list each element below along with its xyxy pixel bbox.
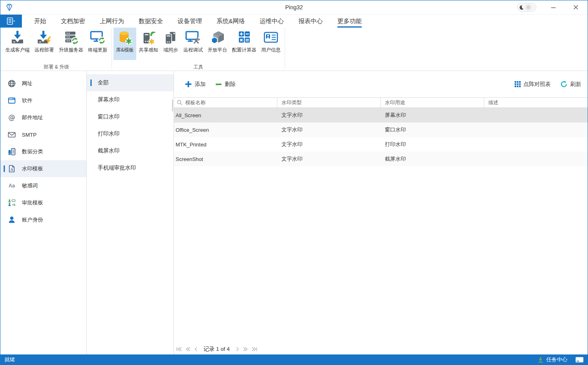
open-platform-button[interactable]: 开放平台 [205,28,230,60]
tab-system-network[interactable]: 系统&网络 [217,15,245,28]
status-ready-label: 就绪 [4,356,15,363]
content-area: 网址 软件 @ 邮件地址 [0,71,588,354]
approval-flow-icon [8,199,16,207]
sidebar-item-smtp[interactable]: SMTP [0,126,86,143]
sidebar-item-email[interactable]: @ 邮件地址 [0,109,86,126]
column-header-description[interactable]: 描述 [484,98,588,107]
download-arrow-icon [537,356,544,363]
tab-doc-encrypt[interactable]: 文档加密 [61,15,85,28]
generate-client-button[interactable]: 生成客户端 [3,28,32,60]
sidebar-item-watermark-template[interactable]: A 水印模板 [0,160,86,177]
close-button[interactable] [570,2,582,13]
config-calculator-icon [236,29,252,45]
column-header-watermark-type[interactable]: 水印类型 [277,98,381,107]
envelope-icon [8,131,16,139]
main-panel: 添加 删除 [174,71,588,354]
delete-button[interactable]: 删除 [215,81,236,88]
secondary-sidebar: 全部 屏幕水印 窗口水印 打印水印 截屏水印 手机端审批水印 [87,71,174,354]
ribbon-group-deploy-upgrade: 生成客户端 远程部署 [3,28,110,71]
primary-sidebar: 网址 软件 @ 邮件地址 [0,71,87,354]
filter-item-window-watermark[interactable]: 窗口水印 [87,108,174,125]
svg-text:A: A [11,167,13,172]
scrollbar-thumb[interactable] [172,99,173,112]
minus-icon [215,81,222,88]
tab-web-behavior[interactable]: 上网行为 [100,15,124,28]
upgrade-server-button[interactable]: 升级服务器 [56,28,86,60]
tab-report-center[interactable]: 报表中心 [298,15,323,28]
search-icon[interactable] [177,100,182,105]
add-button[interactable]: 添加 [185,81,206,88]
fast-backward-button[interactable] [186,347,191,352]
theme-toggle[interactable] [517,3,536,12]
tab-start[interactable]: 开始 [34,15,46,28]
share-awareness-button[interactable]: 共享感知 [136,28,161,60]
pagination-bar: 记录 1 of 4 [174,344,588,354]
sidebar-item-url[interactable]: 网址 [0,75,86,92]
config-calculator-button[interactable]: 配置计算器 [230,28,259,60]
app-window: Ping32 [0,0,588,365]
ribbon-tabbar: 开始 文档加密 上网行为 数据安全 设备管理 系统&网络 运维中心 报表中心 更… [0,15,588,28]
at-sign-icon: @ [8,114,16,122]
statusbar: 就绪 任务中心 [0,354,588,365]
user-info-icon [263,29,279,45]
table-row[interactable]: Office_Screen 文字水印 窗口水印 [174,122,588,137]
record-count-label: 记录 1 of 4 [204,346,230,353]
table-row[interactable]: MTK_Printed 文字水印 打印水印 [174,137,588,152]
refresh-icon [560,81,567,88]
previous-page-button[interactable] [194,347,197,352]
globe-icon [8,79,16,88]
ribbon-group-label: 部署 & 升级 [3,64,110,71]
tab-ops-center[interactable]: 运维中心 [260,15,284,28]
sidebar-item-sensitive-words[interactable]: Aa 敏感词 [0,177,86,194]
filter-item-mobile-approval-watermark[interactable]: 手机端审批水印 [87,159,174,176]
ribbon-separator [285,28,285,69]
app-title: Ping32 [0,4,588,11]
ribbon-group-tools: 库&模板 [114,28,283,71]
sidebar-item-approval-template[interactable]: 审批模板 [0,194,86,211]
first-page-button[interactable] [176,347,182,352]
tab-data-security[interactable]: 数据安全 [139,15,163,28]
remote-deploy-button[interactable]: 远程部署 [32,28,56,60]
data-classify-icon [8,148,16,156]
file-menu-icon [7,17,16,25]
sidebar-item-account-identity[interactable]: 账户身份 [0,211,86,228]
ribbon-separator [112,28,112,69]
notification-panel-icon[interactable] [575,357,584,363]
filter-item-screenshot-watermark[interactable]: 截屏水印 [87,142,174,159]
remote-deploy-icon [36,29,52,45]
letters-Aa-icon: Aa [8,182,16,190]
fast-forward-button[interactable] [243,347,248,352]
sidebar-item-data-classification[interactable]: 数据分类 [0,143,86,160]
last-page-button[interactable] [251,347,258,352]
app-window-icon [8,97,16,105]
next-page-button[interactable] [236,347,239,352]
svg-text:Aa: Aa [9,183,15,189]
watermark-doc-icon: A [8,165,16,173]
filter-item-all[interactable]: 全部 [87,74,174,91]
filter-item-print-watermark[interactable]: 打印水印 [87,125,174,142]
column-header-template-name[interactable]: 模板名称 [174,98,277,107]
remote-debug-button[interactable]: 远程调试 [181,28,205,60]
ribbon: 生成客户端 远程部署 [0,28,588,71]
minimize-button[interactable] [547,2,559,13]
tab-more-functions[interactable]: 更多功能 [337,15,362,28]
domain-sync-button[interactable]: 域同步 [161,28,181,60]
task-center-button[interactable]: 任务中心 [537,356,567,363]
table-toolbar: 添加 删除 [174,71,588,97]
client-download-icon [9,29,26,45]
table-row[interactable]: All_Screen 文字水印 屏幕水印 [174,108,588,122]
library-template-button[interactable]: 库&模板 [114,28,136,60]
sidebar-item-software[interactable]: 软件 [0,92,86,109]
server-upgrade-icon [63,29,79,45]
column-header-watermark-usage[interactable]: 水印用途 [381,98,484,107]
terminal-update-button[interactable]: 终端更新 [86,28,110,60]
library-template-icon [117,29,133,45]
tab-device-mgmt[interactable]: 设备管理 [178,15,202,28]
matrix-table-button[interactable]: 点阵对照表 [515,81,551,88]
table-row[interactable]: ScreenShot 文字水印 截屏水印 [174,152,588,166]
refresh-button[interactable]: 刷新 [560,81,581,88]
filter-item-screen-watermark[interactable]: 屏幕水印 [87,91,174,108]
app-menu-button[interactable] [0,15,22,28]
user-info-button[interactable]: 用户信息 [259,28,283,60]
domain-sync-icon [163,29,178,45]
